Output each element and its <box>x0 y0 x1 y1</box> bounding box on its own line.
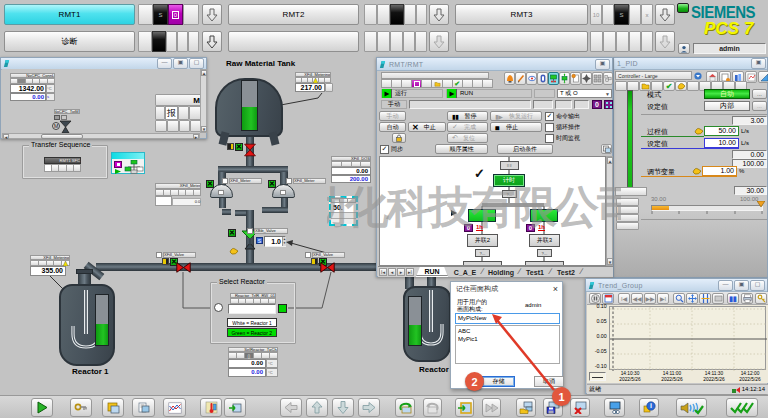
tb-nav-left-button[interactable] <box>280 398 302 417</box>
sfc-step-parallel2[interactable]: 并联2 <box>467 234 498 247</box>
sfc-tool-edit[interactable] <box>515 72 526 85</box>
pid-tool-hand[interactable] <box>675 81 687 91</box>
tb-picture-button[interactable] <box>102 398 124 417</box>
pid-spsrc-more-button[interactable]: ... <box>752 101 767 111</box>
v-scrollbar[interactable]: ▴ ▾ <box>200 69 207 133</box>
trend-tool-pause[interactable]: ▮▮ <box>727 293 739 304</box>
trend-tool-zoomy[interactable] <box>699 293 711 304</box>
dialog-list[interactable]: ABC MyPic1 <box>455 325 560 364</box>
pid-mode-button[interactable]: 自动 <box>704 89 750 99</box>
tab-nav-last[interactable]: ▸ǀ <box>406 268 414 276</box>
scroll-left-button[interactable]: ◂ <box>3 134 9 139</box>
sfc-tool-eye[interactable] <box>526 72 537 85</box>
tab-cae[interactable]: C_A_E <box>450 268 480 277</box>
tb-report-button[interactable] <box>132 398 155 417</box>
sfc-check-time[interactable]: 时间监视 <box>545 134 611 143</box>
tb-nav-up-button[interactable] <box>306 398 328 417</box>
trend-tool-print[interactable] <box>741 293 753 304</box>
dialog-save-button[interactable]: 存储 <box>482 376 515 387</box>
tb-measure-button[interactable] <box>200 398 222 417</box>
tb-delete-layout-button[interactable] <box>570 398 590 417</box>
tb-stored-picture-button[interactable] <box>455 398 474 417</box>
loop-arrow-button[interactable] <box>429 31 449 52</box>
trend-tool-move[interactable] <box>686 293 698 304</box>
sfc-step-parallel3[interactable]: 并联3 <box>529 234 560 247</box>
minimize-button[interactable]: — <box>157 58 172 69</box>
area-button-rmt2[interactable]: RMT2 <box>228 4 359 25</box>
tb-ack-all-button[interactable] <box>726 398 758 417</box>
tab-nav-next[interactable]: ▸ <box>397 268 405 276</box>
sfc-tool-grid2[interactable] <box>603 72 613 85</box>
tab-run[interactable]: RUN <box>416 267 448 277</box>
sfc-resume-button[interactable]: ▮▶恢复运行 <box>490 111 542 121</box>
close-icon[interactable]: ▣ <box>751 58 766 69</box>
tb-fforward-button[interactable] <box>482 398 501 417</box>
fp-selected[interactable]: 50. <box>329 196 358 226</box>
sfc-auto-button[interactable]: 自动 <box>379 122 406 132</box>
fp-tank-value[interactable]: 217.00 <box>295 83 325 92</box>
sfc-check-cyclic[interactable]: 循环操作 <box>545 123 611 132</box>
alarm-cell-black[interactable] <box>390 4 404 25</box>
sfc-check-sync[interactable]: ✓同步 <box>380 145 420 154</box>
tb-login-button[interactable] <box>70 398 92 417</box>
fp-select-field[interactable] <box>228 304 276 314</box>
sfc-reset-button[interactable]: ↶复位 <box>447 133 488 143</box>
area-button-diagnosis[interactable]: 诊断 <box>4 31 135 52</box>
fp-r1-value[interactable]: 355.00 <box>30 266 66 276</box>
sfc-tool-block[interactable] <box>537 72 548 85</box>
sfc-pause-button[interactable]: ▮▮暂停 <box>447 111 488 121</box>
pid-window-titlebar[interactable]: 1_PID▣ <box>614 58 767 70</box>
loop-arrow-button-rmt1[interactable] <box>202 4 222 25</box>
sfc-complete-button[interactable]: ✓完成 <box>447 122 488 132</box>
alarm-cell-black[interactable]: S <box>153 4 168 25</box>
sfc-lock-button[interactable] <box>392 133 406 143</box>
list-item[interactable]: ABC <box>458 328 559 335</box>
scroll-down-button[interactable]: ▾ <box>201 126 207 132</box>
minimize-button[interactable]: — <box>718 280 733 291</box>
alarm-cell-magenta[interactable]: 0 <box>168 4 183 25</box>
trend-tool-first[interactable]: ǀ◀ <box>618 293 630 304</box>
tb-curves-button[interactable] <box>163 398 186 417</box>
trend-tool-last[interactable]: ▶ǀ <box>657 293 669 304</box>
valve-2[interactable] <box>320 261 335 274</box>
maximize-button[interactable]: ▣ <box>173 58 188 69</box>
tb-display-button[interactable] <box>604 398 625 417</box>
pid-view-dropdown[interactable]: Controller - Large <box>615 71 692 80</box>
sfc-tool-cross[interactable] <box>581 72 592 85</box>
sfc-tool-page[interactable] <box>570 72 581 85</box>
pid-tool-folder[interactable] <box>639 81 651 91</box>
sfc-tool-grid1[interactable] <box>592 72 603 85</box>
tb-info-button[interactable]: i <box>639 398 659 417</box>
loop-arrow-button-rmt3[interactable] <box>655 4 675 25</box>
sfc-step-right-active[interactable] <box>530 209 558 222</box>
pid-sp-value[interactable]: 10.00 <box>704 138 739 148</box>
sfc-tool-step-active[interactable] <box>548 72 559 85</box>
sfc-step-initial[interactable]: ≡≡ <box>500 161 519 170</box>
tb-nav-down-button[interactable] <box>332 398 354 417</box>
pid-tool-check[interactable]: ✔ <box>663 81 675 91</box>
tb-picture-change-button[interactable] <box>224 398 246 417</box>
loop-arrow-button[interactable] <box>655 31 675 52</box>
sfc-window-titlebar[interactable]: RMT/RMT ▣ <box>377 58 612 71</box>
tb-forward-button[interactable] <box>423 398 442 417</box>
sfc-startcond-button[interactable]: 启动条件 <box>497 144 553 154</box>
tb-ack-horn-button[interactable] <box>676 398 707 417</box>
restore-button[interactable]: ▢ <box>189 58 204 69</box>
sfc-transition[interactable]: ?… <box>502 190 517 198</box>
loop-arrow-button-rmt2[interactable] <box>429 4 449 25</box>
tab-test1[interactable]: Test1 <box>522 268 548 277</box>
sfc-overview-box[interactable]: SFC RMT1 <box>111 152 145 174</box>
sfc-stop-button[interactable]: ◼停止 <box>490 122 542 132</box>
pid-mode-more-button[interactable]: ... <box>752 89 767 99</box>
trend-plot[interactable] <box>609 306 766 370</box>
maximize-button[interactable]: ▣ <box>734 280 749 291</box>
sfc-transition[interactable]: ?… <box>537 249 552 257</box>
sfc-step-left-active[interactable] <box>468 209 496 222</box>
pid-slider-pointer[interactable] <box>757 201 765 207</box>
scroll-up-button[interactable]: ▴ <box>201 70 207 76</box>
area-button-rmt3[interactable]: RMT3 <box>455 4 588 25</box>
list-item[interactable]: MyPic1 <box>458 336 559 343</box>
area-button-empty[interactable] <box>228 31 359 52</box>
scroll-down-button[interactable]: ▾ <box>607 258 613 265</box>
dialog-close-button[interactable]: × <box>553 284 558 294</box>
